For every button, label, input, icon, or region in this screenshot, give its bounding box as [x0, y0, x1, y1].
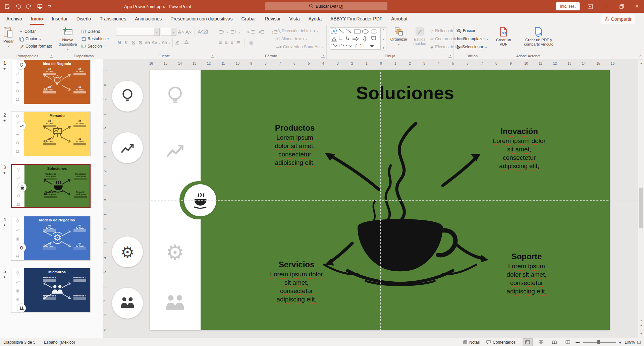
- undo-icon[interactable]: [15, 4, 21, 9]
- tab-revisar[interactable]: Revisar: [260, 13, 285, 25]
- tab-archivo[interactable]: Archivo: [2, 13, 26, 25]
- scroll-up-icon[interactable]: ▲: [638, 62, 644, 65]
- columns-button[interactable]: ▥: [249, 41, 253, 45]
- tab-acrobat[interactable]: Acrobat: [387, 13, 412, 25]
- new-slide-button[interactable]: Nueva diapositiva⌄: [57, 27, 78, 51]
- redo-icon[interactable]: [26, 4, 32, 9]
- create-pdf-share-button[interactable]: Crear un PDF y compartir vínculo: [519, 27, 559, 47]
- shrink-font-button[interactable]: A˅: [185, 29, 192, 35]
- save-icon[interactable]: [5, 4, 10, 9]
- ribbon-display-options-icon[interactable]: [584, 0, 596, 13]
- slide-thumbnail-2[interactable]: Mercado 01Tu Título02Tu Título03Tu Títul…: [11, 112, 91, 156]
- tab-dise-o[interactable]: Diseño: [72, 13, 96, 25]
- text-direction-button[interactable]: ↓ADirección del texto⌄: [275, 27, 324, 35]
- replace-button[interactable]: bcReemplazar⌄: [457, 35, 489, 43]
- close-icon[interactable]: ✕: [631, 0, 643, 13]
- slide-text-block[interactable]: Servicios Lorem ipsum dolor sit amet, co…: [256, 260, 337, 303]
- shapes-gallery-scroll[interactable]: ˄˅⊽: [381, 27, 386, 51]
- align-center-button[interactable]: ≡: [225, 40, 227, 45]
- italic-button[interactable]: K: [123, 40, 129, 45]
- notes-button[interactable]: Notas: [463, 338, 480, 346]
- increase-indent-button[interactable]: ⇥☰: [257, 29, 265, 34]
- numbering-button[interactable]: ☰¹: [231, 29, 236, 34]
- nav-circle-bulb[interactable]: [112, 81, 143, 112]
- previous-slide-icon[interactable]: ▲: [638, 319, 644, 322]
- tab-grabar[interactable]: Grabar: [237, 13, 261, 25]
- font-size-select[interactable]: ⌄: [161, 28, 176, 36]
- smartart-button[interactable]: ⮑▦Convertir a SmartArt⌄: [275, 43, 324, 51]
- normal-view-button[interactable]: [523, 338, 533, 346]
- underline-button[interactable]: S: [130, 40, 137, 45]
- reading-view-button[interactable]: [549, 338, 559, 346]
- select-button[interactable]: Seleccionar⌄: [457, 43, 489, 51]
- tab-inicio[interactable]: Inicio: [26, 13, 48, 25]
- character-spacing-button[interactable]: AV: [151, 40, 158, 45]
- slide-text-block[interactable]: Productos Lorem ipsum dolor sit amet, co…: [258, 123, 332, 167]
- align-left-button[interactable]: ≡: [219, 40, 222, 45]
- align-text-button[interactable]: [↕]Alinear texto⌄: [275, 35, 324, 43]
- nav-circle-gear[interactable]: [112, 236, 143, 267]
- tab-animaciones[interactable]: Animaciones: [130, 13, 166, 25]
- bullets-button[interactable]: ☰•: [219, 29, 224, 34]
- layout-button[interactable]: Diseño⌄: [82, 28, 109, 35]
- text-shadow-button[interactable]: S: [137, 40, 144, 45]
- slide-sorter-view-button[interactable]: [536, 338, 546, 346]
- section-button[interactable]: Sección⌄: [82, 43, 109, 50]
- collapse-ribbon-icon[interactable]: ˄: [639, 54, 641, 58]
- create-pdf-button[interactable]: Crear un PDF: [494, 27, 513, 47]
- share-button[interactable]: Compartir: [601, 14, 635, 24]
- copy-button[interactable]: Copiar⌄: [19, 35, 52, 43]
- tab-transiciones[interactable]: Transiciones: [95, 13, 130, 25]
- strikethrough-button[interactable]: ab: [144, 40, 151, 45]
- slide-thumbnail-1[interactable]: Idea de Negocio 01Tu Título02Tu Título03…: [11, 60, 91, 104]
- cut-button[interactable]: ✂Cortar: [19, 28, 52, 35]
- tab-abbyy-finereader-pdf[interactable]: ABBYY FineReader PDF: [326, 13, 387, 25]
- restore-icon[interactable]: [616, 0, 627, 13]
- slideshow-view-button[interactable]: [563, 338, 573, 346]
- decrease-indent-button[interactable]: ⇤☰: [248, 29, 255, 34]
- shapes-gallery[interactable]: A {: [330, 27, 381, 50]
- scrollbar-thumb[interactable]: [639, 188, 643, 228]
- vertical-ruler[interactable]: 9876543210123456789: [102, 68, 110, 338]
- slide-thumbnail-4[interactable]: Modelo de Negocios ⚙ 01Tu Título02Tu Tít…: [11, 216, 91, 261]
- zoom-out-button[interactable]: —: [576, 338, 580, 346]
- minimize-icon[interactable]: —: [600, 0, 612, 13]
- start-presentation-icon[interactable]: [37, 4, 43, 9]
- font-color-button[interactable]: A: [184, 39, 189, 46]
- reset-button[interactable]: Restablecer: [82, 35, 109, 43]
- clipboard-dialog-launcher[interactable]: ↘: [50, 54, 53, 58]
- change-case-button[interactable]: Aa: [161, 40, 168, 45]
- arrange-button[interactable]: Organizar⌄: [388, 27, 409, 46]
- tab-insertar[interactable]: Insertar: [47, 13, 72, 25]
- paragraph-dialog-launcher[interactable]: ↘: [321, 54, 325, 58]
- nav-circle-chart[interactable]: [112, 132, 143, 163]
- comments-button[interactable]: Comentarios: [486, 338, 516, 346]
- fit-to-window-icon[interactable]: [637, 338, 641, 346]
- tab-ayuda[interactable]: Ayuda: [304, 13, 326, 25]
- tab-presentaci-n-con-diapositivas[interactable]: Presentación con diapositivas: [166, 13, 237, 25]
- customize-toolbar-icon[interactable]: [48, 5, 52, 8]
- slide-thumbnail-5[interactable]: Miembros Miembros 1Miembros 2Miembros 3M…: [11, 268, 91, 313]
- slide-indicator[interactable]: Diapositiva 3 de 5: [3, 338, 35, 346]
- zoom-slider-thumb[interactable]: [597, 340, 600, 344]
- format-painter-button[interactable]: Copiar formato: [19, 43, 52, 50]
- scroll-down-icon[interactable]: ▼: [638, 332, 644, 335]
- sign-in-button[interactable]: Inic. ses.: [556, 2, 580, 10]
- font-name-select[interactable]: ⌄: [116, 28, 160, 36]
- drawing-dialog-launcher[interactable]: ↘: [448, 54, 452, 58]
- align-right-button[interactable]: ≡: [230, 40, 233, 45]
- bold-button[interactable]: N: [116, 40, 122, 45]
- highlight-color-button[interactable]: [175, 39, 180, 46]
- paste-button[interactable]: Pegar⌄: [3, 27, 14, 48]
- find-button[interactable]: Buscar: [457, 27, 489, 35]
- quick-styles-button[interactable]: Estilos rápidos⌄: [410, 27, 429, 50]
- slide-thumbnail-3[interactable]: Soluciones ProductosLorem ipsumInovación…: [11, 164, 91, 208]
- justify-button[interactable]: ≣: [236, 40, 240, 45]
- zoom-in-button[interactable]: ＋: [618, 338, 622, 346]
- slide-text-block[interactable]: Inovación Lorem ipsum dolor sit amet, co…: [482, 127, 556, 170]
- nav-circle-people[interactable]: [112, 288, 143, 319]
- zoom-level[interactable]: 109%: [625, 338, 635, 346]
- grow-font-button[interactable]: A˄: [178, 29, 184, 35]
- slide-text-block[interactable]: Soporte Lorem ipsum dolor sit amet, cons…: [486, 252, 567, 295]
- horizontal-guide[interactable]: [111, 200, 639, 201]
